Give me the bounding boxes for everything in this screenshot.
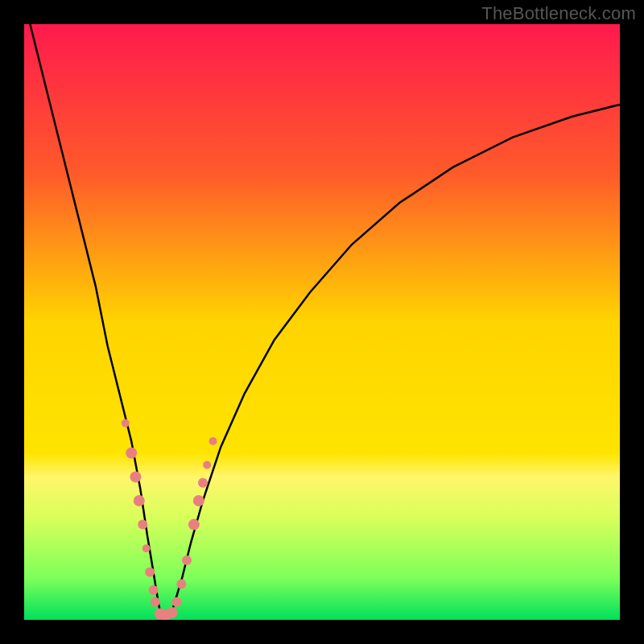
chart-svg xyxy=(24,24,620,620)
data-point xyxy=(182,555,192,565)
data-point xyxy=(193,495,204,506)
data-point xyxy=(134,495,145,506)
data-point xyxy=(151,597,160,607)
data-point xyxy=(145,568,155,577)
gradient-background xyxy=(24,24,620,620)
data-point xyxy=(171,597,181,607)
data-point xyxy=(167,607,178,618)
data-point xyxy=(122,419,130,427)
watermark-text: TheBottleneck.com xyxy=(481,3,636,24)
data-point xyxy=(126,448,137,459)
data-point xyxy=(149,585,159,595)
data-point xyxy=(176,580,186,589)
chart-frame: TheBottleneck.com xyxy=(0,0,644,644)
data-point xyxy=(130,471,141,482)
data-point xyxy=(138,520,147,530)
data-point xyxy=(209,437,217,445)
data-point xyxy=(142,544,151,552)
data-point xyxy=(188,519,200,530)
data-point xyxy=(203,461,211,469)
data-point xyxy=(198,478,208,488)
plot-area xyxy=(24,24,620,620)
